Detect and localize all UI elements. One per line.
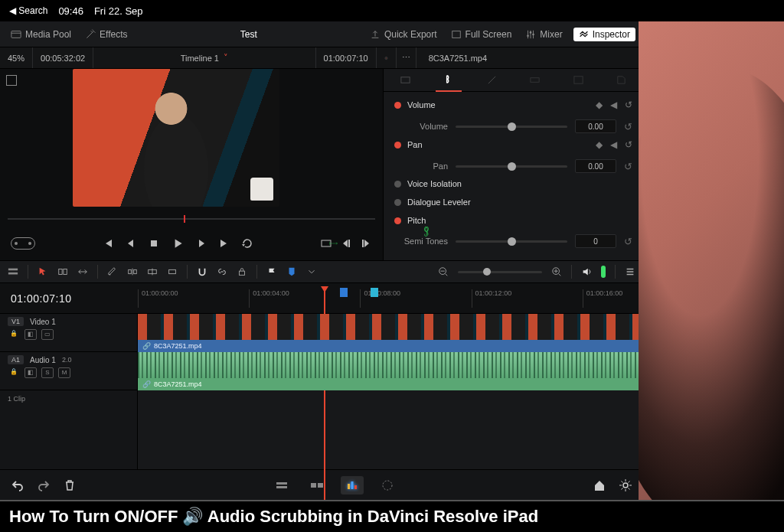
step-forward-button[interactable] <box>195 237 207 250</box>
media-pool-button[interactable]: Media Pool <box>8 28 74 41</box>
undo-button[interactable] <box>11 478 24 492</box>
mute-toggle[interactable]: M <box>58 367 70 378</box>
delete-button[interactable] <box>63 478 77 492</box>
timeline-name-dropdown[interactable]: Timeline 1 ˅ <box>93 47 315 68</box>
selection-tool[interactable] <box>38 266 48 277</box>
mark-out-button[interactable] <box>360 237 372 250</box>
marker-dropdown[interactable] <box>306 266 317 277</box>
first-frame-button[interactable] <box>102 237 114 250</box>
zoom-in-button[interactable] <box>551 266 562 277</box>
playhead-timecode[interactable]: 01:00:07:10 <box>0 292 138 305</box>
marker-blue[interactable] <box>340 288 348 297</box>
tab-effects[interactable] <box>479 69 505 92</box>
keyframe-diamond-icon[interactable]: ◆ <box>596 100 603 110</box>
tab-transition[interactable] <box>522 69 548 92</box>
volume-value[interactable]: 0.00 <box>575 119 616 133</box>
lock-icon[interactable]: 🔒 <box>8 329 20 340</box>
bypass-fx-button[interactable] <box>377 47 397 68</box>
keyframe-prev-icon[interactable]: ◀ <box>610 100 617 110</box>
inspector-button[interactable]: Inspector <box>573 28 635 41</box>
pan-value[interactable]: 0.00 <box>575 159 616 173</box>
semitones-reset[interactable]: ↺ <box>624 236 632 247</box>
insert-clip-button[interactable] <box>127 266 138 277</box>
tab-file[interactable] <box>609 69 635 92</box>
viewer-frame[interactable] <box>73 69 279 207</box>
settings-button[interactable] <box>619 478 632 492</box>
match-frame-button[interactable] <box>320 237 332 250</box>
enable-dot[interactable] <box>394 181 401 188</box>
jog-wheel[interactable] <box>11 237 35 250</box>
marker-button[interactable] <box>286 266 297 277</box>
quick-export-button[interactable]: Quick Export <box>367 28 440 41</box>
play-button[interactable] <box>171 237 185 250</box>
enable-dot[interactable] <box>394 217 401 224</box>
mixer-button[interactable]: Mixer <box>522 28 565 41</box>
video-track-lane[interactable]: 🔗8C3A7251.mp4 <box>138 314 643 352</box>
snap-button[interactable] <box>197 266 207 277</box>
audio-track-lane[interactable]: 🔗8C3A7251.mp4 <box>138 352 643 390</box>
semitones-value[interactable]: 0 <box>575 234 616 248</box>
crop-icon[interactable] <box>6 75 17 86</box>
zoom-slider[interactable] <box>458 271 542 273</box>
pan-slider[interactable] <box>456 165 567 168</box>
blade-tool[interactable] <box>107 266 118 277</box>
effects-button[interactable]: Effects <box>82 28 130 41</box>
enable-dot[interactable] <box>394 142 401 149</box>
pan-section[interactable]: Pan ◆◀↺ <box>384 135 643 155</box>
audio-clip[interactable]: 🔗8C3A7251.mp4 <box>138 352 643 390</box>
trim-tool[interactable] <box>57 266 68 277</box>
volume-slider[interactable] <box>456 126 567 128</box>
full-screen-button[interactable]: Full Screen <box>448 28 515 41</box>
viewer-scrubber[interactable] <box>0 211 383 227</box>
audio-scrub-icon[interactable] <box>581 266 592 277</box>
lock-icon[interactable]: 🔒 <box>8 367 20 378</box>
tab-audio[interactable] <box>436 69 462 92</box>
replace-clip-button[interactable] <box>167 266 178 277</box>
position-lock-button[interactable] <box>237 266 247 277</box>
semitones-slider[interactable] <box>456 240 567 243</box>
viewer-menu[interactable]: ⋯ <box>397 47 416 68</box>
timeline-view-options[interactable] <box>8 266 18 277</box>
volume-section[interactable]: Volume ◆◀↺ <box>384 95 643 115</box>
solo-toggle[interactable]: S <box>41 367 54 378</box>
stop-button[interactable] <box>148 237 160 250</box>
pitch-section[interactable]: Pitch <box>384 211 643 230</box>
zoom-percent[interactable]: 45% <box>0 47 33 68</box>
audio-scrub-toggle[interactable] <box>601 266 606 278</box>
timeline-ruler[interactable]: 01:00:07:10 01:00:00:00 01:00:04:00 01:0… <box>0 283 643 314</box>
cut-page-tab[interactable] <box>270 476 293 494</box>
auto-select-toggle[interactable]: ◧ <box>24 329 37 340</box>
record-timecode[interactable]: 01:00:07:10 <box>316 47 377 68</box>
reset-icon[interactable]: ↺ <box>625 100 632 110</box>
video-clip[interactable]: 🔗8C3A7251.mp4 <box>138 314 643 351</box>
home-button[interactable] <box>593 478 606 492</box>
tab-image[interactable] <box>565 69 591 92</box>
tab-video[interactable] <box>392 69 418 92</box>
color-page-tab[interactable] <box>341 476 364 494</box>
project-name[interactable]: Test <box>237 28 260 41</box>
redo-button[interactable] <box>37 478 51 492</box>
back-to-search[interactable]: ◀ Search <box>9 5 47 16</box>
overwrite-clip-button[interactable] <box>147 266 158 277</box>
deliver-page-tab[interactable] <box>376 476 399 494</box>
video-track-header[interactable]: V1Video 1 🔒 ◧ ▭ <box>0 314 137 352</box>
pan-reset[interactable]: ↺ <box>624 161 632 172</box>
step-back-button[interactable] <box>125 237 137 250</box>
enable-dot[interactable] <box>394 199 401 206</box>
voice-isolation-section[interactable]: Voice Isolation <box>384 175 643 193</box>
mark-in-button[interactable] <box>340 237 352 250</box>
dynamic-trim-tool[interactable] <box>77 266 88 277</box>
enable-dot[interactable] <box>394 102 401 109</box>
last-frame-button[interactable] <box>218 237 230 250</box>
volume-reset[interactable]: ↺ <box>624 121 632 132</box>
flag-button[interactable] <box>266 266 277 277</box>
dialogue-leveler-section[interactable]: Dialogue Leveler <box>384 193 643 211</box>
marker-cyan[interactable] <box>371 288 378 297</box>
link-button[interactable] <box>217 266 227 277</box>
source-timecode[interactable]: 00:05:32:02 <box>33 47 93 68</box>
loop-button[interactable] <box>241 237 253 250</box>
audio-track-header[interactable]: A1Audio 12.0 🔒 ◧ S M <box>0 352 137 390</box>
disable-track-toggle[interactable]: ▭ <box>41 329 54 340</box>
timeline-menu-button[interactable] <box>625 266 635 277</box>
auto-select-toggle[interactable]: ◧ <box>24 367 37 378</box>
